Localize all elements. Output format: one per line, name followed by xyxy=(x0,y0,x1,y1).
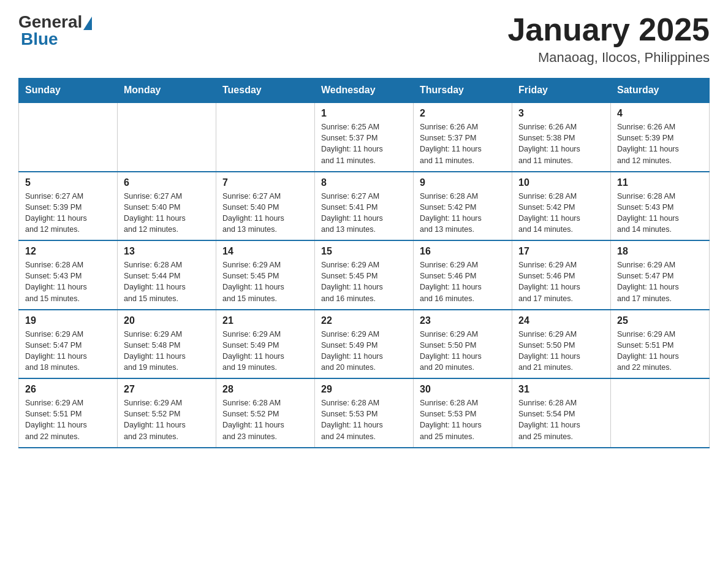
header-saturday: Saturday xyxy=(611,79,710,103)
day-number: 23 xyxy=(420,315,506,326)
calendar-day-31: 31Sunrise: 6:28 AM Sunset: 5:54 PM Dayli… xyxy=(512,378,611,448)
calendar-day-17: 17Sunrise: 6:29 AM Sunset: 5:46 PM Dayli… xyxy=(512,240,611,310)
logo-blue-text: Blue xyxy=(21,29,58,48)
day-info: Sunrise: 6:29 AM Sunset: 5:46 PM Dayligh… xyxy=(420,259,506,304)
calendar-day-3: 3Sunrise: 6:26 AM Sunset: 5:38 PM Daylig… xyxy=(512,102,611,172)
calendar-empty-cell xyxy=(216,102,315,172)
day-info: Sunrise: 6:27 AM Sunset: 5:41 PM Dayligh… xyxy=(321,191,407,236)
calendar-day-12: 12Sunrise: 6:28 AM Sunset: 5:43 PM Dayli… xyxy=(19,240,118,310)
calendar-day-6: 6Sunrise: 6:27 AM Sunset: 5:40 PM Daylig… xyxy=(118,172,216,241)
header-thursday: Thursday xyxy=(414,79,512,103)
calendar-day-20: 20Sunrise: 6:29 AM Sunset: 5:48 PM Dayli… xyxy=(118,310,216,379)
day-info: Sunrise: 6:28 AM Sunset: 5:44 PM Dayligh… xyxy=(124,259,210,304)
day-info: Sunrise: 6:28 AM Sunset: 5:53 PM Dayligh… xyxy=(420,397,506,442)
calendar-header-row: SundayMondayTuesdayWednesdayThursdayFrid… xyxy=(19,79,710,103)
day-number: 1 xyxy=(321,108,407,119)
calendar-day-14: 14Sunrise: 6:29 AM Sunset: 5:45 PM Dayli… xyxy=(216,240,315,310)
header-wednesday: Wednesday xyxy=(315,79,414,103)
day-number: 6 xyxy=(124,177,210,188)
header-sunday: Sunday xyxy=(19,79,118,103)
calendar-day-8: 8Sunrise: 6:27 AM Sunset: 5:41 PM Daylig… xyxy=(315,172,414,241)
calendar-empty-cell xyxy=(118,102,216,172)
logo-triangle-icon xyxy=(83,17,92,30)
day-info: Sunrise: 6:28 AM Sunset: 5:42 PM Dayligh… xyxy=(518,191,604,236)
calendar-week-row: 26Sunrise: 6:29 AM Sunset: 5:51 PM Dayli… xyxy=(19,378,710,448)
calendar-day-19: 19Sunrise: 6:29 AM Sunset: 5:47 PM Dayli… xyxy=(19,310,118,379)
day-info: Sunrise: 6:26 AM Sunset: 5:39 PM Dayligh… xyxy=(617,121,703,166)
day-info: Sunrise: 6:29 AM Sunset: 5:45 PM Dayligh… xyxy=(321,259,407,304)
day-number: 13 xyxy=(124,246,210,257)
day-info: Sunrise: 6:26 AM Sunset: 5:37 PM Dayligh… xyxy=(420,121,506,166)
day-info: Sunrise: 6:29 AM Sunset: 5:45 PM Dayligh… xyxy=(222,259,308,304)
calendar-day-18: 18Sunrise: 6:29 AM Sunset: 5:47 PM Dayli… xyxy=(611,240,710,310)
day-info: Sunrise: 6:27 AM Sunset: 5:40 PM Dayligh… xyxy=(124,191,210,236)
calendar-day-13: 13Sunrise: 6:28 AM Sunset: 5:44 PM Dayli… xyxy=(118,240,216,310)
day-info: Sunrise: 6:29 AM Sunset: 5:46 PM Dayligh… xyxy=(518,259,604,304)
header-monday: Monday xyxy=(118,79,216,103)
day-number: 12 xyxy=(25,246,111,257)
day-info: Sunrise: 6:29 AM Sunset: 5:50 PM Dayligh… xyxy=(518,329,604,373)
day-number: 16 xyxy=(420,246,506,257)
day-number: 11 xyxy=(617,177,703,188)
calendar-day-11: 11Sunrise: 6:28 AM Sunset: 5:43 PM Dayli… xyxy=(611,172,710,241)
day-info: Sunrise: 6:25 AM Sunset: 5:37 PM Dayligh… xyxy=(321,121,407,166)
day-number: 9 xyxy=(420,177,506,188)
day-number: 2 xyxy=(420,108,506,119)
day-number: 24 xyxy=(518,315,604,326)
calendar-week-row: 19Sunrise: 6:29 AM Sunset: 5:47 PM Dayli… xyxy=(19,310,710,379)
day-number: 7 xyxy=(222,177,308,188)
header: General Blue January 2025 Manaoag, Iloco… xyxy=(18,12,710,66)
calendar-day-9: 9Sunrise: 6:28 AM Sunset: 5:42 PM Daylig… xyxy=(414,172,512,241)
day-number: 8 xyxy=(321,177,407,188)
calendar-day-30: 30Sunrise: 6:28 AM Sunset: 5:53 PM Dayli… xyxy=(414,378,512,448)
calendar-table: SundayMondayTuesdayWednesdayThursdayFrid… xyxy=(18,78,710,448)
day-info: Sunrise: 6:29 AM Sunset: 5:48 PM Dayligh… xyxy=(124,329,210,373)
day-number: 20 xyxy=(124,315,210,326)
day-number: 19 xyxy=(25,315,111,326)
calendar-day-2: 2Sunrise: 6:26 AM Sunset: 5:37 PM Daylig… xyxy=(414,102,512,172)
calendar-day-10: 10Sunrise: 6:28 AM Sunset: 5:42 PM Dayli… xyxy=(512,172,611,241)
day-info: Sunrise: 6:28 AM Sunset: 5:42 PM Dayligh… xyxy=(420,191,506,236)
day-info: Sunrise: 6:28 AM Sunset: 5:43 PM Dayligh… xyxy=(25,259,111,304)
day-info: Sunrise: 6:27 AM Sunset: 5:39 PM Dayligh… xyxy=(25,191,111,236)
day-info: Sunrise: 6:29 AM Sunset: 5:51 PM Dayligh… xyxy=(617,329,703,373)
day-number: 27 xyxy=(124,384,210,395)
calendar-day-4: 4Sunrise: 6:26 AM Sunset: 5:39 PM Daylig… xyxy=(611,102,710,172)
calendar-day-29: 29Sunrise: 6:28 AM Sunset: 5:53 PM Dayli… xyxy=(315,378,414,448)
day-number: 5 xyxy=(25,177,111,188)
day-number: 4 xyxy=(617,108,703,119)
day-number: 18 xyxy=(617,246,703,257)
calendar-day-24: 24Sunrise: 6:29 AM Sunset: 5:50 PM Dayli… xyxy=(512,310,611,379)
day-number: 10 xyxy=(518,177,604,188)
calendar-title: January 2025 xyxy=(507,12,710,47)
calendar-day-5: 5Sunrise: 6:27 AM Sunset: 5:39 PM Daylig… xyxy=(19,172,118,241)
title-area: January 2025 Manaoag, Ilocos, Philippine… xyxy=(507,12,710,66)
day-info: Sunrise: 6:29 AM Sunset: 5:49 PM Dayligh… xyxy=(222,329,308,373)
day-number: 3 xyxy=(518,108,604,119)
calendar-day-1: 1Sunrise: 6:25 AM Sunset: 5:37 PM Daylig… xyxy=(315,102,414,172)
logo: General Blue xyxy=(18,12,93,49)
day-number: 29 xyxy=(321,384,407,395)
calendar-day-26: 26Sunrise: 6:29 AM Sunset: 5:51 PM Dayli… xyxy=(19,378,118,448)
day-info: Sunrise: 6:28 AM Sunset: 5:43 PM Dayligh… xyxy=(617,191,703,236)
calendar-week-row: 5Sunrise: 6:27 AM Sunset: 5:39 PM Daylig… xyxy=(19,172,710,241)
day-number: 14 xyxy=(222,246,308,257)
day-info: Sunrise: 6:28 AM Sunset: 5:54 PM Dayligh… xyxy=(518,397,604,442)
day-number: 28 xyxy=(222,384,308,395)
calendar-day-23: 23Sunrise: 6:29 AM Sunset: 5:50 PM Dayli… xyxy=(414,310,512,379)
calendar-day-15: 15Sunrise: 6:29 AM Sunset: 5:45 PM Dayli… xyxy=(315,240,414,310)
header-friday: Friday xyxy=(512,79,611,103)
day-info: Sunrise: 6:29 AM Sunset: 5:52 PM Dayligh… xyxy=(124,397,210,442)
header-tuesday: Tuesday xyxy=(216,79,315,103)
day-info: Sunrise: 6:29 AM Sunset: 5:51 PM Dayligh… xyxy=(25,397,111,442)
day-info: Sunrise: 6:29 AM Sunset: 5:47 PM Dayligh… xyxy=(25,329,111,373)
calendar-week-row: 1Sunrise: 6:25 AM Sunset: 5:37 PM Daylig… xyxy=(19,102,710,172)
day-info: Sunrise: 6:28 AM Sunset: 5:53 PM Dayligh… xyxy=(321,397,407,442)
calendar-subtitle: Manaoag, Ilocos, Philippines xyxy=(507,50,710,66)
day-info: Sunrise: 6:26 AM Sunset: 5:38 PM Dayligh… xyxy=(518,121,604,166)
calendar-day-16: 16Sunrise: 6:29 AM Sunset: 5:46 PM Dayli… xyxy=(414,240,512,310)
day-number: 17 xyxy=(518,246,604,257)
calendar-day-28: 28Sunrise: 6:28 AM Sunset: 5:52 PM Dayli… xyxy=(216,378,315,448)
calendar-day-22: 22Sunrise: 6:29 AM Sunset: 5:49 PM Dayli… xyxy=(315,310,414,379)
day-info: Sunrise: 6:29 AM Sunset: 5:47 PM Dayligh… xyxy=(617,259,703,304)
